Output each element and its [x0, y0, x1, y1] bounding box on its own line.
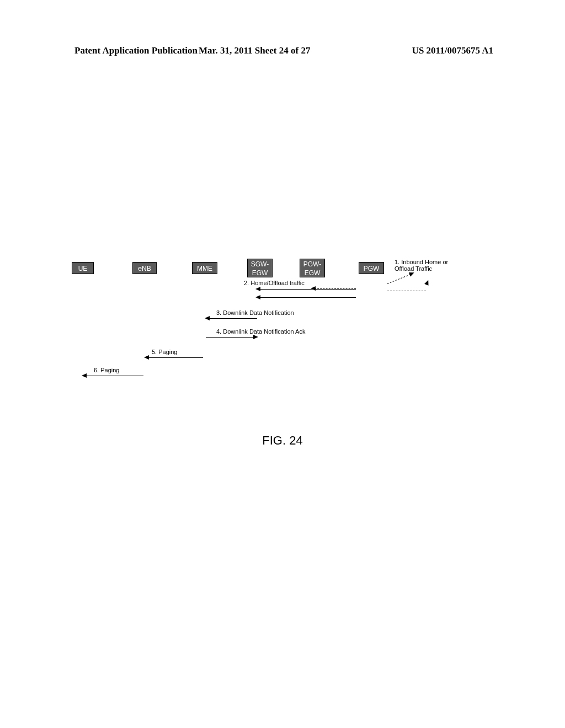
node-mme: MME	[192, 262, 217, 274]
sequence-diagram: UE eNB MME SGW-EGW PGW-EGW PGW 1. Inboun…	[72, 262, 494, 405]
label-msg3: 3. Downlink Data Notification	[216, 309, 294, 316]
arrowhead-msg4	[253, 335, 258, 339]
arrowhead-msg2b	[255, 295, 260, 299]
label-inbound-traffic: 1. Inbound Home orOffload Traffic	[395, 259, 448, 272]
arrow-msg2-dash	[315, 288, 356, 289]
label-msg4: 4. Downlink Data Notification Ack	[216, 328, 305, 335]
arrow-inbound-a	[387, 274, 411, 284]
arrow-msg2b	[259, 297, 356, 298]
label-msg6: 6. Paging	[94, 367, 119, 373]
arrow-msg6	[86, 376, 143, 376]
header-right: US 2011/0075675 A1	[412, 45, 493, 56]
node-pgw-egw: PGW-EGW	[300, 259, 325, 277]
arrow-inbound-b	[387, 291, 426, 291]
arrow-msg2a	[259, 289, 356, 290]
node-sgw-egw: SGW-EGW	[247, 259, 273, 277]
arrowhead-msg5	[144, 355, 149, 360]
arrowhead-msg2a	[255, 287, 260, 291]
header-center: Mar. 31, 2011 Sheet 24 of 27	[199, 45, 310, 56]
arrowhead-msg2-dash	[311, 286, 316, 291]
arrowhead-msg3	[205, 316, 210, 320]
figure-caption: FIG. 24	[0, 433, 565, 448]
node-pgw: PGW	[359, 262, 384, 274]
node-ue: UE	[72, 262, 94, 274]
arrowhead-msg6	[82, 373, 87, 378]
label-msg2: 2. Home/Offload traffic	[244, 280, 305, 286]
arrowhead-inbound-b	[424, 279, 430, 285]
page-header: Patent Application Publication Mar. 31, …	[0, 45, 565, 56]
node-enb: eNB	[132, 262, 157, 274]
header-left: Patent Application Publication	[74, 45, 198, 56]
arrow-msg4	[206, 337, 254, 338]
label-msg5: 5. Paging	[152, 349, 177, 355]
arrow-msg3	[209, 318, 257, 319]
arrow-msg5	[148, 357, 203, 358]
